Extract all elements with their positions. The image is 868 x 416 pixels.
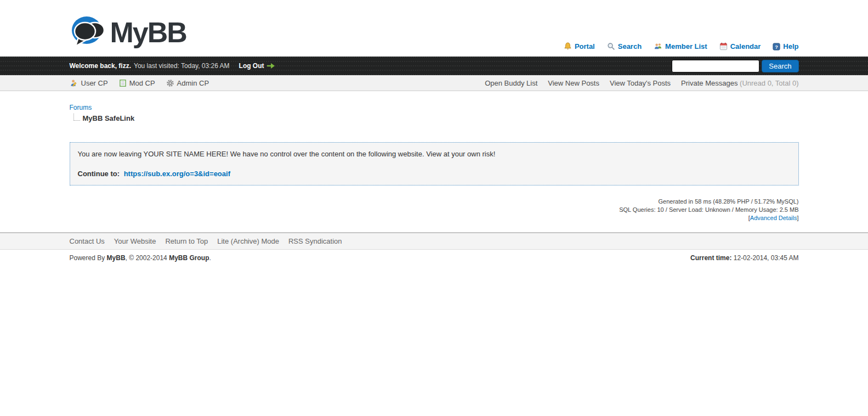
- search-icon: [607, 42, 615, 50]
- nav-portal-label: Portal: [575, 42, 595, 50]
- breadcrumb: Forums MyBB SafeLink: [70, 102, 799, 122]
- menu-private-messages[interactable]: Private Messages (Unread 0, Total 0): [681, 79, 798, 87]
- nav-search[interactable]: Search: [607, 42, 642, 50]
- nav-search-label: Search: [618, 42, 642, 50]
- powered-suffix: .: [209, 254, 211, 262]
- svg-text:?: ?: [775, 44, 779, 49]
- welcome-text: Welcome back, fizz. You last visited: To…: [70, 62, 275, 70]
- site-header: MyBB Portal Search: [0, 0, 868, 57]
- admin-cp-gear-icon: [166, 79, 174, 87]
- help-icon: ?: [773, 43, 780, 50]
- nav-member-list-label: Member List: [665, 42, 707, 50]
- advanced-details-row: [Advanced Details]: [70, 214, 799, 222]
- menu-view-new-posts[interactable]: View New Posts: [548, 79, 599, 87]
- powered-by-text: Powered By MyBB, © 2002-2014 MyBB Group.: [70, 254, 211, 262]
- welcome-username: Welcome back, fizz.: [70, 62, 131, 70]
- menu-user-cp-label: User CP: [81, 79, 108, 87]
- mybb-logo-icon: [70, 15, 108, 49]
- footer-your-website[interactable]: Your Website: [114, 237, 156, 245]
- members-icon: [654, 42, 662, 50]
- search-area: Search: [672, 60, 798, 72]
- current-time-label: Current time:: [690, 254, 731, 262]
- search-input[interactable]: [672, 60, 759, 72]
- continue-label: Continue to:: [78, 170, 120, 178]
- nav-member-list[interactable]: Member List: [654, 42, 707, 50]
- menu-mod-cp-label: Mod CP: [129, 79, 155, 87]
- footer-return-to-top[interactable]: Return to Top: [165, 237, 208, 245]
- menu-admin-cp-label: Admin CP: [177, 79, 209, 87]
- menu-right: Open Buddy List View New Posts View Toda…: [485, 79, 798, 87]
- redirect-notice-box: You are now leaving YOUR SITE NAME HERE!…: [70, 142, 799, 185]
- logout-link[interactable]: Log Out: [239, 62, 264, 70]
- menu-bar: User CP Mod CP Admin CP Open Buddy List: [0, 75, 868, 91]
- generated-stats: Generated in 58 ms (48.28% PHP / 51.72% …: [70, 198, 799, 206]
- menu-user-cp[interactable]: User CP: [70, 79, 108, 87]
- search-button[interactable]: Search: [762, 60, 798, 72]
- current-time: Current time: 12-02-2014, 03:45 AM: [690, 254, 798, 262]
- calendar-icon: [719, 42, 728, 50]
- bracket-close: ]: [797, 215, 798, 221]
- continue-link[interactable]: https://sub.ex.org/o=3&id=eoaif: [124, 170, 230, 178]
- powered-mid: , © 2002-2014: [126, 254, 169, 262]
- footer-contact-us[interactable]: Contact Us: [70, 237, 105, 245]
- private-messages-counts: (Unread 0, Total 0): [740, 79, 798, 87]
- tree-connector-icon: [73, 114, 80, 121]
- menu-mod-cp[interactable]: Mod CP: [119, 79, 155, 87]
- powered-prefix: Powered By: [70, 254, 107, 262]
- menu-view-todays-posts[interactable]: View Today's Posts: [610, 79, 671, 87]
- user-cp-icon: [70, 79, 78, 87]
- mybb-link[interactable]: MyBB: [107, 254, 126, 262]
- page-title: MyBB SafeLink: [83, 114, 135, 122]
- menu-left: User CP Mod CP Admin CP: [70, 79, 209, 87]
- advanced-details-link[interactable]: Advanced Details: [750, 215, 797, 221]
- page-stats: Generated in 58 ms (48.28% PHP / 51.72% …: [70, 198, 799, 222]
- nav-help[interactable]: ? Help: [773, 42, 798, 50]
- welcome-bar: Welcome back, fizz. You last visited: To…: [0, 57, 868, 75]
- footer: Contact Us Your Website Return to Top Li…: [0, 232, 868, 262]
- nav-calendar-label: Calendar: [730, 42, 761, 50]
- footer-bar: Contact Us Your Website Return to Top Li…: [0, 232, 868, 250]
- nav-portal[interactable]: Portal: [564, 42, 595, 50]
- current-time-value: 12-02-2014, 03:45 AM: [731, 254, 798, 262]
- footer-rss[interactable]: RSS Syndication: [288, 237, 342, 245]
- mybb-logo[interactable]: MyBB: [70, 8, 186, 57]
- nav-help-label: Help: [783, 42, 798, 50]
- nav-calendar[interactable]: Calendar: [719, 42, 761, 50]
- logout-arrow-icon: [267, 63, 275, 69]
- mybb-group-link[interactable]: MyBB Group: [169, 254, 209, 262]
- mybb-safelink-page: MyBB Portal Search: [0, 0, 868, 416]
- menu-open-buddy-list[interactable]: Open Buddy List: [485, 79, 537, 87]
- bell-icon: [564, 42, 572, 50]
- menu-admin-cp[interactable]: Admin CP: [166, 79, 209, 87]
- logo-text: MyBB: [110, 18, 186, 47]
- last-visited-text: You last visited: Today, 03:26 AM: [134, 62, 230, 70]
- private-messages-label: Private Messages: [681, 79, 737, 87]
- main-content: Forums MyBB SafeLink You are now leaving…: [0, 91, 868, 222]
- top-nav: Portal Search Member List: [564, 42, 799, 50]
- mod-cp-icon: [119, 79, 127, 87]
- footer-lite-mode[interactable]: Lite (Archive) Mode: [217, 237, 279, 245]
- redirect-message: You are now leaving YOUR SITE NAME HERE!…: [78, 150, 791, 158]
- sql-stats: SQL Queries: 10 / Server Load: Unknown /…: [70, 206, 799, 214]
- breadcrumb-forums-link[interactable]: Forums: [70, 104, 92, 111]
